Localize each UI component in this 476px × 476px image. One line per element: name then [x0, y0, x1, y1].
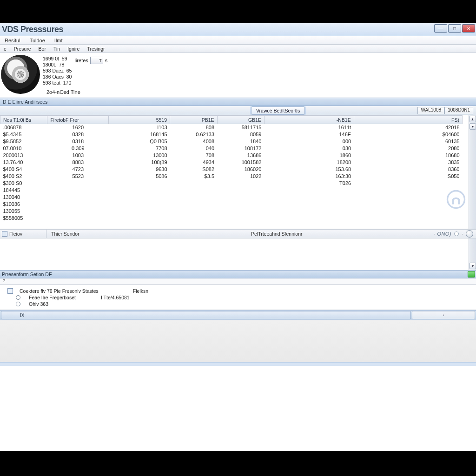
table-cell — [264, 215, 354, 222]
col-header[interactable]: 5519 — [109, 116, 170, 124]
table-cell: $300 S0 — [0, 180, 47, 187]
table-cell — [170, 194, 217, 201]
toolbar-item[interactable]: Tin — [50, 46, 64, 52]
table-cell — [170, 208, 217, 215]
table-cell: 18680 — [354, 152, 462, 159]
table-cell — [109, 180, 170, 187]
table-cell — [264, 201, 354, 208]
minimize-button[interactable]: — — [434, 24, 447, 33]
toolbar-item[interactable]: Tresingr — [83, 46, 108, 52]
table-cell — [217, 180, 264, 187]
table-row[interactable]: 130040 — [0, 194, 463, 201]
table-cell: 8059 — [217, 131, 264, 138]
toolbar-btn-2[interactable]: 1008D0N1 — [444, 107, 473, 114]
radio-label-1: Feae Ilre Fregerboset — [29, 295, 76, 300]
table-cell: 1620 — [47, 124, 109, 131]
scroll-down-icon[interactable]: ▼ — [469, 263, 476, 269]
table-cell: 108172 — [217, 145, 264, 152]
table-cell: 163:30 — [264, 173, 354, 180]
col-header[interactable]: FS) — [354, 116, 462, 124]
table-row[interactable]: $558005 — [0, 215, 463, 222]
table-row[interactable]: 184445 — [0, 187, 463, 194]
table-cell: I103 — [109, 124, 170, 131]
panel2-tab[interactable]: 7- — [3, 278, 7, 283]
units-selector[interactable]: T — [90, 57, 103, 64]
panel2-action-button[interactable] — [468, 271, 475, 278]
spacer-panel: ▼ — [0, 238, 476, 270]
col-header[interactable]: -NB1E — [264, 116, 354, 124]
table-cell: 146E — [264, 131, 354, 138]
col-header[interactable]: Nos T1:0i Bs — [0, 116, 47, 124]
vertical-scrollbar[interactable]: ▲ ▾ — [469, 115, 476, 229]
table-cell: 130055 — [0, 208, 47, 215]
table-row[interactable]: 13.76.408883108(8949341001582182083835 — [0, 159, 463, 166]
table-cell: $3.5 — [170, 173, 217, 180]
table-cell: 030 — [264, 145, 354, 152]
toolbar-item[interactable]: Presure — [10, 46, 35, 52]
group-icon — [7, 288, 13, 294]
panel2-title: Prresenform Setion DF — [2, 271, 52, 277]
col-header[interactable]: PB1E — [170, 116, 217, 124]
scroll-up-icon[interactable]: ▲ — [469, 116, 476, 122]
vertical-scrollbar[interactable]: ▼ — [469, 238, 476, 270]
menu-item[interactable]: Ilmt — [50, 38, 67, 43]
table-cell — [264, 208, 354, 215]
table-cell: 1860 — [264, 152, 354, 159]
table-cell: $400 S4 — [0, 166, 47, 173]
maximize-button[interactable]: □ — [448, 24, 461, 33]
table-row[interactable]: $400 S447239630S082186020153.688360 — [0, 166, 463, 173]
table-cell — [170, 215, 217, 222]
table-cell: 13000 — [109, 152, 170, 159]
table-cell: 184445 — [0, 187, 47, 194]
table-row[interactable]: $300 S0T026 — [0, 180, 463, 187]
col-header[interactable]: GB1E — [217, 116, 264, 124]
table-row[interactable]: .0068781620I10380858117151611t42018 — [0, 124, 463, 131]
table-cell: $5.4345 — [0, 131, 47, 138]
toolbar: e Presure Bor Tin Ignire Tresingr — [0, 45, 476, 53]
toolbar-item[interactable]: Bor — [35, 46, 50, 52]
radio-value-1: I Tte/4.65081 — [101, 295, 130, 300]
col-header[interactable]: FiretobF Frer — [47, 116, 109, 124]
table-cell: 18208 — [264, 159, 354, 166]
grid-toolbar: Vrawcé BedltSeortls WAL1008 1008D0N1 — [0, 106, 476, 115]
panel2-status-box2: › — [412, 311, 475, 319]
units-suffix: s — [105, 58, 108, 63]
table-cell: 130040 — [0, 194, 47, 201]
view-results-button[interactable]: Vrawcé BedltSeortls — [251, 106, 305, 115]
table-cell: 7708 — [109, 145, 170, 152]
toolbar-item[interactable]: e — [0, 46, 10, 52]
menu-item[interactable]: Resitul — [0, 38, 25, 43]
radio-option-1[interactable] — [16, 295, 20, 300]
table-cell: 4723 — [47, 166, 109, 173]
table-row[interactable]: 200001310031300070813686186018680 — [0, 152, 463, 159]
tire-icon — [1, 55, 40, 94]
table-cell: 42018 — [354, 124, 462, 131]
table-cell — [170, 187, 217, 194]
table-row[interactable]: $9.58520318Q0 B054008184000060135 — [0, 138, 463, 145]
status-right-label: · ONO) — [434, 231, 451, 237]
table-cell: 2080 — [354, 145, 462, 152]
table-cell: 5086 — [109, 173, 170, 180]
table-row[interactable]: $400 S255235086$3.51022163:30S050 — [0, 173, 463, 180]
table-row[interactable]: $5.434503281681450.621338059146E$04600 — [0, 131, 463, 138]
table-cell: 040 — [170, 145, 217, 152]
table-row[interactable]: $10036 — [0, 201, 463, 208]
table-cell — [170, 180, 217, 187]
table-cell: 1611t — [264, 124, 354, 131]
table-row[interactable]: 130055 — [0, 208, 463, 215]
radio-option-2[interactable] — [16, 302, 20, 306]
table-cell: 1003 — [47, 152, 109, 159]
table-cell: $400 S2 — [0, 173, 47, 180]
table-row[interactable]: 07.00100.30977080401081720302080 — [0, 145, 463, 152]
toolbar-item[interactable]: Ignire — [64, 46, 83, 52]
data-grid: Nos T1:0i Bs FiretobF Frer 5519 PB1E GB1… — [0, 115, 476, 229]
close-button[interactable]: ✕ — [462, 24, 475, 33]
table-cell — [217, 187, 264, 194]
table-cell: 708 — [170, 152, 217, 159]
toolbar-btn-1[interactable]: WAL1008 — [417, 107, 444, 114]
menu-item[interactable]: Tuldoe — [25, 38, 50, 43]
table-cell: 000 — [264, 138, 354, 145]
scroll-thumb[interactable]: ▾ — [469, 123, 476, 130]
table-cell — [217, 201, 264, 208]
table-cell: 4934 — [170, 159, 217, 166]
